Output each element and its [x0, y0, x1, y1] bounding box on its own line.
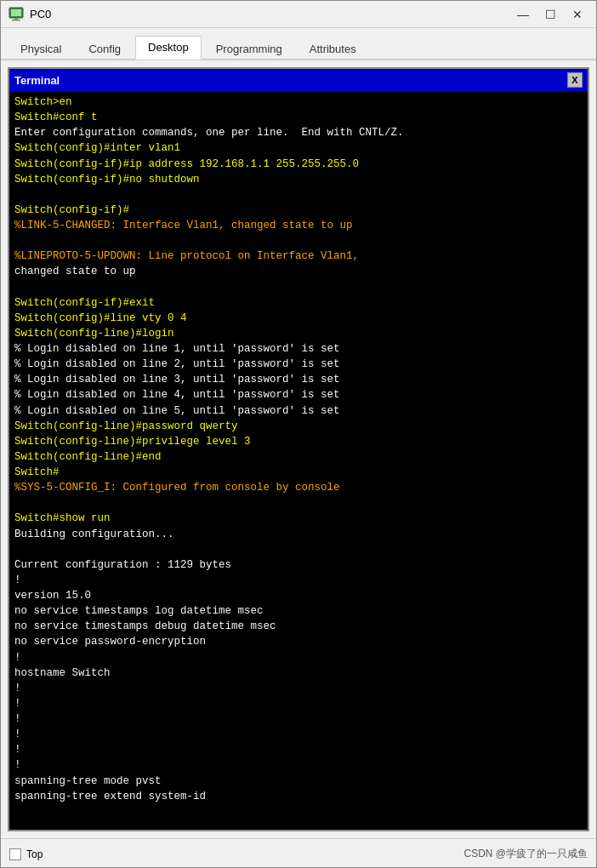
svg-rect-2: [14, 18, 18, 20]
svg-rect-1: [11, 9, 21, 16]
terminal-title: Terminal: [14, 74, 60, 87]
terminal-line: % Login disabled on line 5, until 'passw…: [14, 405, 340, 417]
terminal-line: Switch#show run: [14, 512, 111, 524]
terminal-line: !: [14, 652, 21, 664]
terminal-line: Switch(config-if)#exit: [14, 297, 155, 309]
watermark: CSDN @学疲了的一只咸鱼: [463, 847, 588, 861]
minimize-button[interactable]: —: [511, 5, 535, 24]
main-content: Terminal X Switch>en Switch#conf t Enter…: [1, 60, 596, 838]
terminal-line: % Login disabled on line 1, until 'passw…: [14, 343, 340, 355]
terminal-line: !: [14, 759, 21, 771]
terminal-line: %LINEPROTO-5-UPDOWN: Line protocol on In…: [14, 250, 359, 262]
terminal-output[interactable]: Switch>en Switch#conf t Enter configurat…: [9, 91, 588, 830]
terminal-line: !: [14, 713, 21, 725]
terminal-line: Switch(config-if)#no shutdown: [14, 174, 200, 186]
terminal-line: spanning-tree extend system-id: [14, 791, 206, 802]
status-bar: Top CSDN @学疲了的一只咸鱼: [1, 838, 596, 868]
terminal-line: !: [14, 744, 21, 756]
terminal-line: Switch(config-line)#privilege level 3: [14, 436, 251, 448]
terminal-line: Switch(config-line)#password qwerty: [14, 420, 238, 432]
terminal-line: Switch#conf t: [14, 111, 98, 123]
tab-desktop[interactable]: Desktop: [135, 36, 202, 60]
terminal-header: Terminal X: [9, 69, 588, 91]
title-bar: PC0 — ☐ ✕: [1, 1, 596, 28]
terminal-window: Terminal X Switch>en Switch#conf t Enter…: [8, 67, 589, 831]
terminal-line: Switch#: [14, 466, 60, 478]
terminal-line: Enter configuration commands, one per li…: [14, 127, 404, 139]
terminal-line: version 15.0: [14, 590, 91, 602]
terminal-line: %LINK-5-CHANGED: Interface Vlan1, change…: [14, 220, 353, 231]
maximize-button[interactable]: ☐: [538, 5, 562, 24]
top-checkbox[interactable]: [9, 848, 21, 860]
terminal-line: Switch(config)#inter vlan1: [14, 142, 180, 154]
terminal-close-button[interactable]: X: [567, 72, 583, 88]
tab-programming[interactable]: Programming: [203, 37, 295, 60]
terminal-line: % Login disabled on line 3, until 'passw…: [14, 374, 340, 385]
terminal-line: no service password-encryption: [14, 636, 206, 648]
terminal-line: Switch(config-line)#end: [14, 451, 162, 463]
terminal-line: !: [14, 574, 21, 586]
terminal-line: Building configuration...: [14, 528, 174, 540]
close-button[interactable]: ✕: [566, 5, 589, 24]
terminal-body[interactable]: Switch>en Switch#conf t Enter configurat…: [9, 91, 588, 830]
app-icon: [8, 6, 25, 23]
terminal-line: changed state to up: [14, 266, 136, 277]
terminal-line: Switch>en: [14, 96, 72, 108]
terminal-line: Switch(config)#line vty 0 4: [14, 312, 187, 324]
tab-attributes[interactable]: Attributes: [297, 37, 369, 60]
terminal-line: no service timestamps debug datetime mse…: [14, 620, 276, 632]
tab-physical[interactable]: Physical: [8, 37, 74, 60]
terminal-line: spanning-tree mode pvst: [14, 775, 162, 787]
tab-bar: PhysicalConfigDesktopProgrammingAttribut…: [1, 28, 596, 60]
terminal-line: % Login disabled on line 2, until 'passw…: [14, 358, 340, 370]
terminal-line: Current configuration : 1129 bytes: [14, 559, 231, 571]
top-label: Top: [26, 848, 43, 860]
window-controls: — ☐ ✕: [511, 5, 589, 24]
tab-config[interactable]: Config: [76, 37, 134, 60]
window-title: PC0: [30, 8, 511, 20]
terminal-line: !: [14, 682, 21, 694]
terminal-line: !: [14, 698, 21, 710]
terminal-line: %SYS-5-CONFIG_I: Configured from console…: [14, 482, 340, 494]
terminal-line: no service timestamps log datetime msec: [14, 605, 264, 617]
terminal-line: Switch(config-if)#ip address 192.168.1.1…: [14, 158, 359, 170]
terminal-line: Switch(config-line)#login: [14, 328, 174, 340]
terminal-line: Switch(config-if)#: [14, 204, 129, 216]
terminal-line: !: [14, 728, 21, 740]
terminal-line: % Login disabled on line 4, until 'passw…: [14, 389, 340, 401]
svg-rect-3: [12, 20, 20, 21]
status-left: Top: [9, 848, 43, 860]
terminal-line: hostname Switch: [14, 667, 111, 679]
